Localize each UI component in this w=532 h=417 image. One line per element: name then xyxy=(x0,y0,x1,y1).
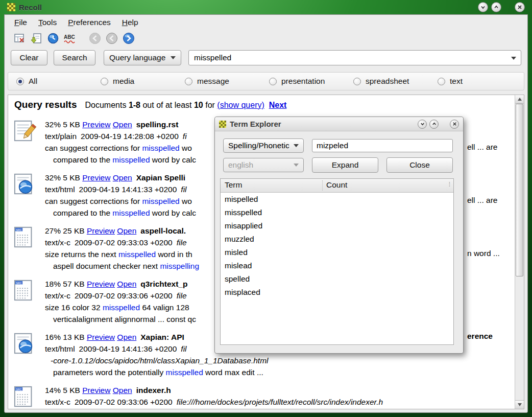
open-link[interactable]: Open xyxy=(117,280,136,288)
menu-help[interactable]: Help xyxy=(116,16,144,29)
result-line1: 27% 25 KB Preview Openaspell-local. xyxy=(45,225,199,237)
result-title: Xapian Spelli xyxy=(136,173,185,182)
result-snippet: can suggest corrections for misspelled w… xyxy=(45,195,196,207)
column-resize-handle[interactable]: ⁞ xyxy=(449,181,451,188)
term-row[interactable]: misapplied xyxy=(221,219,453,233)
open-link[interactable]: Open xyxy=(113,120,132,129)
first-page-button[interactable] xyxy=(87,31,103,46)
dialog-row-2: english Expand Close xyxy=(223,158,453,172)
term-row[interactable]: misplaced xyxy=(221,286,453,299)
open-link[interactable]: Open xyxy=(113,173,132,182)
result-line1: 32% 5 KB Preview Openspelling.rst xyxy=(45,119,196,130)
close-button[interactable] xyxy=(515,2,525,12)
result-title: spelling.rst xyxy=(136,120,179,129)
clear-search-button[interactable] xyxy=(12,31,27,46)
menu-file[interactable]: File xyxy=(9,16,33,29)
terms-table: Term Count ⁞ mispelled misspelled misapp… xyxy=(220,178,454,345)
source-document-icon xyxy=(13,385,37,408)
result-snippet: size 16 color 32 misspelled 64 valign 12… xyxy=(45,302,196,313)
term-input[interactable]: mizpeled xyxy=(312,139,453,152)
dialog-titlebar[interactable]: Term Explorer xyxy=(215,117,463,131)
result-line1: 14% 5 KB Preview Openindexer.h xyxy=(45,384,383,396)
html-document-icon xyxy=(13,332,37,355)
history-clock-icon xyxy=(47,32,59,44)
filter-message[interactable]: message xyxy=(185,77,269,86)
preview-link[interactable]: Preview xyxy=(82,386,110,395)
scroll-up-button[interactable] xyxy=(515,95,524,104)
dialog-close-button[interactable] xyxy=(450,120,459,129)
toolbar: ABC xyxy=(12,30,138,47)
result-title: Xapian: API xyxy=(140,333,184,341)
shade-button[interactable] xyxy=(478,2,488,12)
radio-icon xyxy=(185,78,192,85)
open-link[interactable]: Open xyxy=(117,333,136,341)
result-snippet: verticalalignment alignnormal ... const … xyxy=(45,313,196,325)
radio-icon xyxy=(269,78,277,85)
term-row[interactable]: misled xyxy=(221,246,453,259)
column-header-count[interactable]: Count xyxy=(326,180,347,190)
triangle-up-icon xyxy=(518,98,522,101)
preview-link[interactable]: Preview xyxy=(82,173,110,182)
expand-button[interactable]: Expand xyxy=(312,157,378,173)
preview-link[interactable]: Preview xyxy=(82,120,110,129)
results-header: Query results Documents 1-8 out of at le… xyxy=(14,99,510,112)
result-line2: text/x-c2009-07-02 09:33:06 +0200file://… xyxy=(45,396,383,408)
result-title-fragment: erence xyxy=(467,330,493,342)
filter-media[interactable]: media xyxy=(101,77,185,86)
term-row[interactable]: spelled xyxy=(221,272,453,286)
result-snippet: aspell document checker next misspelling xyxy=(45,260,199,272)
search-row: Clear Search Query language misspelled xyxy=(11,50,521,66)
filter-text[interactable]: text xyxy=(438,77,522,86)
column-header-term[interactable]: Term xyxy=(225,180,242,190)
text-document-icon xyxy=(13,120,37,142)
menu-tools[interactable]: Tools xyxy=(33,16,62,29)
doc-icon-box xyxy=(13,119,45,166)
term-row[interactable]: misspelled xyxy=(221,206,453,219)
open-link[interactable]: Open xyxy=(113,386,132,395)
term-row[interactable]: mislead xyxy=(221,259,453,272)
clear-button[interactable]: Clear xyxy=(11,50,47,65)
term-explorer-button[interactable]: ABC xyxy=(62,31,78,46)
result-line2: text/x-c2009-07-02 09:33:06 +0200file xyxy=(45,290,196,302)
unshade-button[interactable] xyxy=(491,2,501,12)
window-titlebar[interactable]: Recoll xyxy=(4,0,528,14)
filter-presentation[interactable]: presentation xyxy=(269,77,353,86)
result-text-fragment: ell ... are xyxy=(467,141,497,153)
menu-preferences[interactable]: Preferences xyxy=(62,16,116,29)
dialog-close-action-button[interactable]: Close xyxy=(386,157,453,173)
preview-link[interactable]: Preview xyxy=(87,333,115,341)
show-query-link[interactable]: (show query) xyxy=(217,101,264,109)
search-button[interactable]: Search xyxy=(54,50,95,65)
results-scrollbar[interactable] xyxy=(515,95,524,409)
desktop: Recoll File Tools Preferences Help xyxy=(0,0,532,417)
expansion-mode-dropdown[interactable]: Spelling/Phonetic xyxy=(223,138,304,153)
preview-link[interactable]: Preview xyxy=(87,280,115,288)
doc-icon-box xyxy=(13,331,45,378)
preview-link[interactable]: Preview xyxy=(87,226,115,235)
svg-text:ABC: ABC xyxy=(64,34,75,40)
prev-page-button[interactable] xyxy=(104,31,119,46)
next-page-button[interactable] xyxy=(121,31,136,46)
filter-all[interactable]: All xyxy=(16,77,101,86)
history-button[interactable] xyxy=(45,31,61,46)
close-icon xyxy=(517,4,523,10)
filter-row: All media message presentation spreadshe… xyxy=(8,72,524,90)
dialog-unshade-button[interactable] xyxy=(429,120,439,129)
save-query-button[interactable] xyxy=(29,31,44,46)
radio-icon xyxy=(16,78,24,85)
radio-icon xyxy=(353,78,361,85)
open-link[interactable]: Open xyxy=(117,226,136,235)
next-page-link[interactable]: Next xyxy=(269,101,287,109)
filter-spreadsheet[interactable]: spreadsheet xyxy=(353,77,438,86)
dialog-shade-button[interactable] xyxy=(418,120,427,129)
terms-table-header: Term Count ⁞ xyxy=(221,179,453,193)
scroll-down-button[interactable] xyxy=(515,400,524,409)
language-dropdown[interactable]: english xyxy=(223,158,304,172)
search-input[interactable]: misspelled xyxy=(188,50,521,65)
query-language-dropdown[interactable]: Query language xyxy=(104,50,181,65)
term-row[interactable]: mispelled xyxy=(221,193,453,206)
term-row[interactable]: muzzled xyxy=(221,233,453,246)
result-line2: text/plain2009-04-19 14:28:08 +0200fi xyxy=(45,130,196,142)
result-snippet: size returns the next misspelled word in… xyxy=(45,248,199,260)
scrollbar-thumb[interactable] xyxy=(516,104,523,276)
